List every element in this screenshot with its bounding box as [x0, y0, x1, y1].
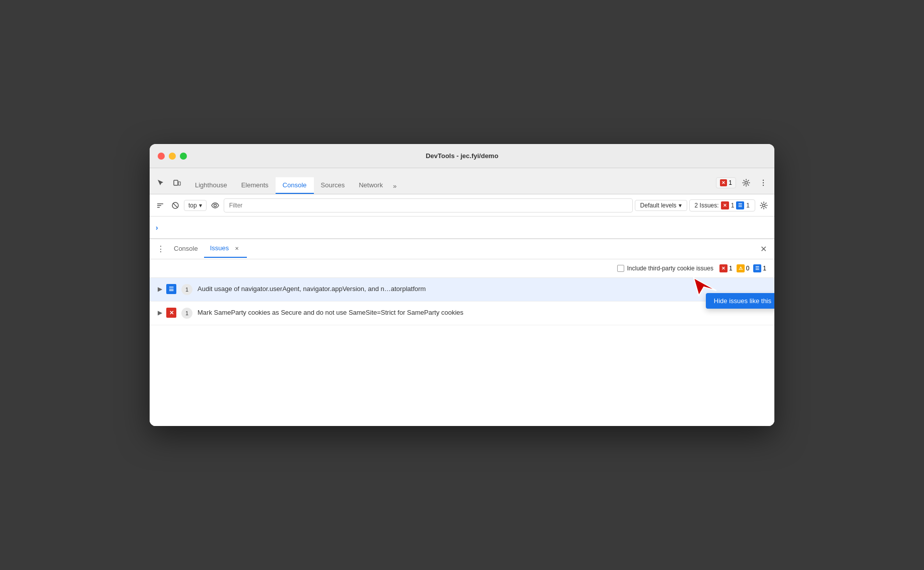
tab-bar: Lighthouse Elements Console Sources Netw…: [150, 168, 774, 194]
svg-point-12: [763, 204, 765, 206]
window-title: DevTools - jec.fyi/demo: [426, 152, 498, 160]
issue-2-text: Mark SameParty cookies as Secure and do …: [197, 308, 766, 318]
tab-bar-icons: [154, 176, 188, 194]
tab-bar-right: ✕ 1: [716, 176, 770, 194]
issue-row-2[interactable]: ▶ ✕ 1 Mark SameParty cookies as Secure a…: [150, 302, 774, 325]
tab-console-panel[interactable]: Console: [168, 241, 204, 257]
issue-2-count: 1: [181, 308, 192, 319]
issues-error-count: 1: [731, 202, 735, 209]
default-levels-label: Default levels: [640, 202, 677, 209]
inspect-icon[interactable]: [154, 176, 168, 190]
issues-settings-icon[interactable]: [757, 199, 770, 212]
console-prompt[interactable]: ›: [150, 217, 774, 239]
error-badge[interactable]: ✕ 1: [716, 177, 736, 188]
error-icon: ✕: [720, 179, 727, 186]
issue-1-count: 1: [181, 284, 192, 295]
svg-point-5: [763, 185, 764, 186]
count-info-icon: ☰: [753, 264, 761, 272]
issues-count-badge[interactable]: 2 Issues: ✕ 1 ☰ 1: [689, 199, 755, 211]
svg-point-3: [763, 180, 764, 181]
tab-network[interactable]: Network: [352, 177, 390, 194]
eye-icon[interactable]: [209, 199, 222, 212]
svg-rect-6: [157, 203, 163, 204]
issue-counts: ✕ 1 ⚠ 0 ☰ 1: [719, 264, 766, 272]
issues-error-icon: ✕: [721, 201, 729, 209]
issues-info-icon: ☰: [736, 201, 744, 209]
error-count: 1: [729, 179, 732, 186]
console-toolbar: top ▾ Default levels ▾ 2 Issues: ✕ 1 ☰ 1: [150, 194, 774, 217]
maximize-button[interactable]: [180, 153, 187, 160]
info-count-item: ☰ 1: [753, 264, 766, 272]
more-tabs-button[interactable]: »: [390, 178, 400, 194]
svg-rect-1: [178, 182, 180, 185]
filter-input[interactable]: [224, 198, 633, 212]
issues-label: 2 Issues:: [695, 202, 719, 209]
svg-rect-0: [174, 180, 178, 185]
minimize-button[interactable]: [169, 153, 176, 160]
third-party-checkbox-label[interactable]: Include third-party cookie issues: [617, 265, 713, 272]
tab-sources[interactable]: Sources: [314, 177, 352, 194]
menu-icon[interactable]: [756, 176, 770, 190]
settings-icon[interactable]: [739, 176, 753, 190]
issue-row-1[interactable]: ▶ ☰ 1 Audit usage of navigator.userAgent…: [150, 278, 774, 302]
svg-point-2: [745, 182, 748, 184]
warning-count-item: ⚠ 0: [737, 264, 750, 272]
issue-1-icon: ☰: [166, 284, 176, 294]
tab-elements[interactable]: Elements: [234, 177, 276, 194]
count-error-icon: ✕: [719, 264, 728, 272]
device-icon[interactable]: [170, 176, 184, 190]
devtools-window: DevTools - jec.fyi/demo Lighthouse Eleme…: [150, 144, 774, 426]
panel-dots-menu[interactable]: ⋮: [154, 242, 168, 256]
error-count-item: ✕ 1: [719, 264, 733, 272]
close-panel-button[interactable]: ✕: [756, 242, 770, 256]
count-infos: 1: [763, 265, 766, 272]
levels-chevron-icon: ▾: [679, 202, 682, 209]
tab-issues-panel[interactable]: Issues ✕: [204, 240, 247, 258]
clear-console-icon[interactable]: [154, 199, 167, 212]
chevron-down-icon: ▾: [199, 202, 202, 209]
tab-console[interactable]: Console: [276, 177, 314, 194]
issues-info-count: 1: [746, 202, 750, 209]
title-bar: DevTools - jec.fyi/demo: [150, 144, 774, 168]
panel-tabs: ⋮ Console Issues ✕ ✕: [150, 239, 774, 259]
block-icon[interactable]: [169, 199, 182, 212]
close-button[interactable]: [158, 153, 165, 160]
issue-1-chevron[interactable]: ▶: [158, 286, 162, 293]
issues-panel: Include third-party cookie issues ✕ 1 ⚠ …: [150, 259, 774, 426]
svg-rect-7: [157, 205, 161, 206]
svg-line-10: [173, 203, 178, 207]
issues-header: Include third-party cookie issues ✕ 1 ⚠ …: [150, 259, 774, 278]
count-errors: 1: [729, 265, 733, 272]
count-warning-icon: ⚠: [737, 264, 745, 272]
empty-panel-space: [150, 325, 774, 426]
svg-rect-8: [157, 207, 160, 208]
third-party-label: Include third-party cookie issues: [627, 265, 713, 272]
issue-2-icon: ✕: [166, 308, 176, 318]
issue-2-chevron[interactable]: ▶: [158, 309, 162, 316]
issue-1-text: Audit usage of navigator.userAgent, navi…: [197, 284, 766, 294]
svg-point-11: [214, 204, 216, 206]
bottom-panel: ⋮ Console Issues ✕ ✕ Include third-party…: [150, 239, 774, 426]
context-selector[interactable]: top ▾: [184, 200, 207, 211]
close-issues-tab[interactable]: ✕: [233, 245, 241, 253]
third-party-checkbox[interactable]: [617, 265, 624, 272]
count-warnings: 0: [746, 265, 750, 272]
hide-issues-menu-item[interactable]: Hide issues like this: [706, 293, 774, 309]
svg-point-4: [763, 182, 764, 183]
default-levels-dropdown[interactable]: Default levels ▾: [635, 200, 687, 211]
prompt-icon: ›: [156, 224, 158, 232]
top-label: top: [188, 202, 197, 209]
tab-lighthouse[interactable]: Lighthouse: [188, 177, 234, 194]
window-controls: [158, 153, 187, 160]
